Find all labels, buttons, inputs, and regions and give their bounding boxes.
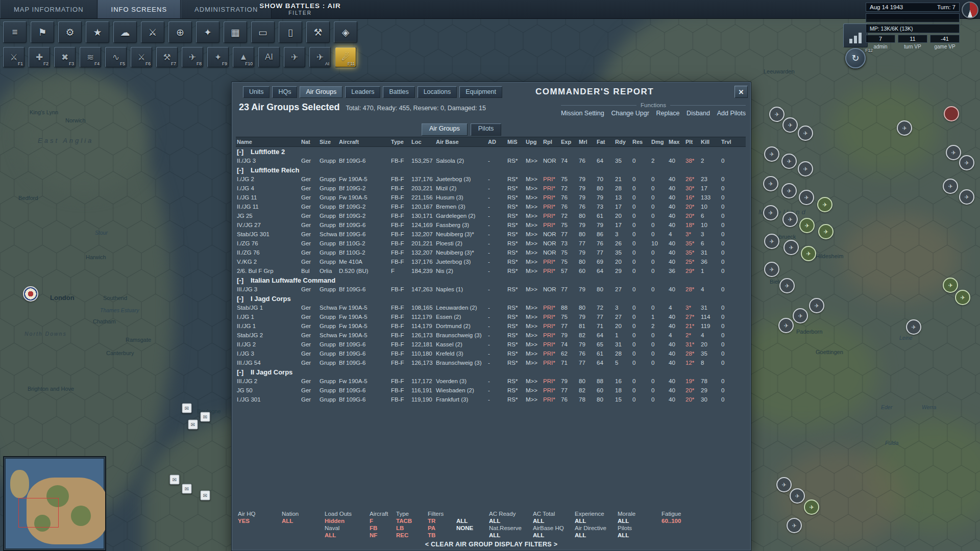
air-unit-counter[interactable]: ✈	[763, 205, 778, 220]
air-unit-counter[interactable]: ✈	[801, 246, 816, 261]
air-group-row[interactable]: III./JG 54GerGruppBf 109G-6FB-F126,173Br…	[236, 358, 746, 367]
top-tab-map-information[interactable]: MAP INFORMATION	[0, 0, 97, 18]
rail-mode-button[interactable]: ✖F3	[54, 47, 76, 67]
col-mis[interactable]: MiS	[506, 137, 525, 147]
filter-value[interactable]: ALL	[533, 532, 544, 538]
air-group-row[interactable]: I./JG 1GerGruppFw 190A-5FB-F112,179Essen…	[236, 312, 746, 321]
col-rdy[interactable]: Rdy	[614, 137, 631, 147]
build-mode-button[interactable]: ⚒F7	[156, 47, 178, 67]
air-unit-counter[interactable]: ✈	[946, 145, 961, 160]
rail-network-button[interactable]: ▦	[224, 21, 247, 43]
transfer-mode-button[interactable]: ▲F10	[233, 47, 254, 67]
filter-value[interactable]: ALL	[489, 518, 500, 524]
air-unit-counter[interactable]: ✈	[781, 183, 797, 198]
air-group-row[interactable]: III./JG 2GerGruppFw 190A-5FB-F117,172Voe…	[236, 377, 746, 386]
reinforcements-button[interactable]: ⊕	[168, 21, 192, 43]
air-unit-counter[interactable]: ✈	[809, 298, 824, 313]
close-button[interactable]: ✕	[734, 86, 748, 98]
air-group-row[interactable]: Stab/JG 301GerSchwaBf 109G-6FB-F132,207N…	[236, 230, 746, 239]
port-marker-icon[interactable]: ✉	[170, 475, 180, 485]
air-group-row[interactable]: I./JG 4GerGruppBf 109G-2FB-F203,221Mizil…	[236, 184, 746, 193]
col-res[interactable]: Res	[631, 137, 650, 147]
col-mrl[interactable]: Mrl	[578, 137, 596, 147]
col-nat[interactable]: Nat	[300, 137, 318, 147]
tab-locations[interactable]: Locations	[418, 86, 457, 98]
subtab-pilots[interactable]: Pilots	[471, 123, 502, 136]
collapse-toggle[interactable]: [-]	[237, 166, 243, 174]
tab-battles[interactable]: Battles	[383, 86, 414, 98]
air-group-row[interactable]: II./JG 3GerGruppBf 109G-6FB-F153,257Sals…	[236, 156, 746, 165]
filter-value[interactable]: ALL	[489, 532, 500, 538]
air-group-row[interactable]: I./JG 11GerGruppFw 190A-5FB-F221,156Husu…	[236, 193, 746, 202]
air-group-row[interactable]: JG 25GerGruppBf 109G-2FB-F130,171Gardele…	[236, 211, 746, 220]
port-marker-icon[interactable]: ✉	[188, 420, 198, 430]
raf-roundel-counter[interactable]	[23, 286, 38, 302]
air-unit-counter[interactable]: ✈	[764, 234, 779, 249]
port-marker-icon[interactable]: ✉	[201, 491, 210, 500]
air-group-row[interactable]: II./JG 11GerGruppBf 109G-2FB-F120,167Bre…	[236, 202, 746, 211]
air-group-row[interactable]: II./ZG 76GerGruppBf 110G-2FB-F132,207Neu…	[236, 248, 746, 257]
air-unit-counter[interactable]: ✈	[764, 146, 779, 162]
depot-panel-button[interactable]: ▯	[279, 21, 302, 43]
mode-subtitle-text[interactable]: FILTER	[259, 10, 341, 16]
air-group-row[interactable]: III./JG 3GerGruppBf 109G-6FB-F147,263Nap…	[236, 285, 746, 294]
disband-button[interactable]: Disband	[687, 110, 710, 117]
bomb-mode-button[interactable]: ✦F9	[207, 47, 229, 67]
air-mission-mode-button[interactable]: ✈F8	[182, 47, 203, 67]
air-unit-counter[interactable]: ✈	[959, 189, 974, 205]
air-group-row[interactable]: V./KG 2GerGruppMe 410AFB-F137,176Jueterb…	[236, 257, 746, 266]
filter-value[interactable]: REC	[396, 532, 428, 539]
air-group-row[interactable]: I./ZG 76GerGruppBf 110G-2FB-F201,221Ploe…	[236, 239, 746, 248]
air-unit-counter[interactable]: ✈	[955, 290, 970, 305]
col-kill[interactable]: Kill	[700, 137, 720, 147]
filter-value[interactable]: ALL	[618, 518, 629, 524]
minimap-viewport-rect[interactable]	[18, 498, 59, 528]
collapse-toggle[interactable]: [-]	[237, 295, 243, 303]
filter-value[interactable]: ALL	[575, 518, 586, 524]
filter-value[interactable]: LB	[396, 524, 428, 532]
assault-mode-button[interactable]: ⚔F6	[131, 47, 152, 67]
air-unit-counter[interactable]: ✈	[783, 240, 799, 255]
tab-hqs[interactable]: HQs	[272, 86, 297, 98]
air-unit-counter[interactable]: ✈	[818, 224, 834, 239]
collapse-toggle[interactable]: [-]	[237, 148, 243, 156]
col-dmg[interactable]: Dmg	[650, 137, 668, 147]
air-group-row[interactable]: Stab/JG 2GerSchwaFw 190A-5FB-F126,173Bra…	[236, 331, 746, 340]
col-aircraft[interactable]: Aircraft	[338, 137, 390, 147]
medals-button[interactable]: ◈	[334, 21, 357, 43]
air-group-row[interactable]: 2/6. Bul F GrpBulOrliaD.520 (BU)F184,239…	[236, 266, 746, 276]
air-unit-counter[interactable]: ✈	[790, 488, 805, 504]
col-fat[interactable]: Fat	[596, 137, 614, 147]
mission-setting-button[interactable]: Mission Setting	[561, 110, 604, 117]
air-unit-counter[interactable]: ✈	[764, 262, 779, 277]
air-unit-counter[interactable]: ✈	[781, 154, 797, 169]
message-input[interactable]	[866, 13, 960, 22]
filter-value[interactable]: FB	[370, 524, 396, 532]
replace-button[interactable]: Replace	[656, 110, 680, 117]
air-unit-counter[interactable]: ✈	[943, 278, 958, 293]
filter-value[interactable]: F	[370, 517, 396, 524]
col-trvl[interactable]: Trvl	[720, 137, 746, 147]
tab-equipment[interactable]: Equipment	[459, 86, 502, 98]
air-group-row[interactable]: I./JG 2GerGruppFw 190A-5FB-F137,176Juete…	[236, 174, 746, 184]
air-ai-toggle-button[interactable]: AI	[258, 47, 280, 67]
top-tab-administration[interactable]: ADMINISTRATION	[181, 0, 272, 18]
filter-value[interactable]: ALL	[533, 518, 544, 524]
filter-value[interactable]: TB	[428, 532, 445, 539]
weather-button[interactable]: ☁	[113, 21, 137, 43]
filter-value[interactable]: ALL	[456, 518, 468, 524]
air-recon-mode-button[interactable]: ✈	[284, 47, 305, 67]
air-unit-counter[interactable]: ✈	[799, 190, 814, 205]
col-size[interactable]: Size	[318, 137, 338, 147]
rail-repair-button[interactable]: ⚒	[306, 21, 330, 43]
air-group-row[interactable]: Stab/JG 1GerSchwaFw 190A-5FB-F108,165Lee…	[236, 303, 746, 312]
game-logo-icon[interactable]	[962, 2, 978, 18]
filter-value[interactable]: ALL	[325, 532, 336, 538]
combat-mode-button[interactable]: ⚔F1	[3, 47, 24, 67]
air-unit-counter[interactable]: ✈	[817, 197, 832, 212]
col-rpl[interactable]: Rpl	[542, 137, 560, 147]
subtab-air-groups[interactable]: Air Groups	[422, 123, 468, 136]
col-ad[interactable]: AD	[487, 137, 506, 147]
tab-air-groups[interactable]: Air Groups	[300, 86, 342, 98]
col-exp[interactable]: Exp	[560, 137, 578, 147]
